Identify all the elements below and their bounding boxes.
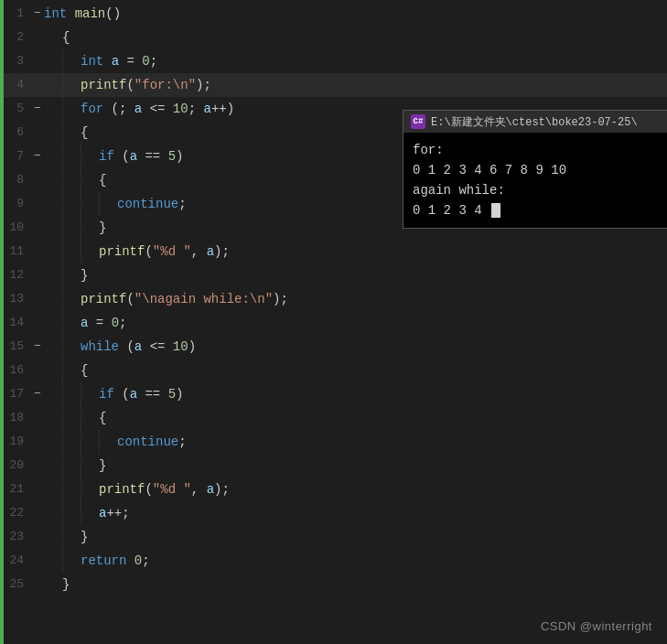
token-str: "%d " [153, 244, 191, 259]
token-plain: = [119, 54, 142, 69]
indent-guide [62, 311, 81, 335]
line-number: 24 [4, 549, 31, 573]
token-plain: { [62, 30, 70, 45]
line-number: 4 [4, 73, 31, 97]
indent-guide [81, 240, 99, 263]
token-kw: int [81, 54, 103, 69]
indent-guide [44, 287, 62, 311]
indent-guide [44, 121, 62, 145]
fold-spacer [31, 216, 44, 240]
token-plain: ); [214, 482, 230, 497]
code-line: 18{ [4, 406, 667, 430]
line-number: 18 [4, 406, 31, 430]
indent-guide [44, 263, 62, 287]
token-plain: ( [114, 387, 130, 402]
indent-guide [44, 478, 62, 501]
line-number: 21 [4, 478, 31, 501]
code-tokens: int main() [44, 2, 121, 26]
line-number: 13 [4, 287, 31, 311]
token-var: a [112, 54, 119, 69]
token-kw: if [99, 387, 114, 402]
code-line: 22a++; [4, 501, 667, 525]
line-number: 2 [4, 26, 31, 49]
code-tokens: } [99, 216, 106, 240]
token-plain: <= [142, 339, 173, 354]
indent-guide [62, 168, 81, 192]
token-plain: ( [114, 149, 130, 164]
token-plain [126, 553, 134, 568]
code-line: 13printf("\nagain while:\n"); [4, 287, 667, 311]
indent-guide [44, 335, 62, 359]
code-tokens: { [99, 406, 106, 430]
token-plain: ; [150, 54, 157, 69]
fold-icon[interactable]: − [31, 335, 44, 359]
fold-icon[interactable]: − [31, 145, 44, 168]
indent-guide [44, 97, 62, 121]
code-line: 19continue; [4, 430, 667, 454]
token-plain: , [191, 244, 207, 259]
terminal-window: C# E:\新建文件夹\ctest\boke23-07-25\ for:0 1 … [403, 110, 667, 229]
token-var: a [207, 482, 214, 497]
token-plain: ) [188, 339, 196, 354]
code-tokens: return 0; [81, 549, 150, 573]
fold-spacer [31, 525, 44, 549]
indent-guide [44, 145, 62, 168]
code-tokens: int a = 0; [81, 49, 157, 73]
code-tokens: { [62, 26, 70, 49]
code-tokens: printf("for:\n"); [81, 73, 211, 97]
indent-guide [81, 192, 99, 216]
fold-icon[interactable]: − [31, 2, 44, 26]
terminal-body: for:0 1 2 3 4 6 7 8 9 10again while:0 1 … [403, 133, 667, 228]
watermark: CSDN @winterright [541, 619, 652, 633]
token-plain: (; [103, 102, 134, 116]
indent-guide [44, 549, 62, 573]
fold-spacer [31, 549, 44, 573]
line-number: 22 [4, 501, 31, 525]
line-number: 20 [4, 454, 31, 478]
code-line: 12} [4, 263, 667, 287]
terminal-output-line: for: [413, 140, 658, 160]
token-plain: ++; [106, 506, 129, 521]
indent-guide [44, 501, 62, 525]
indent-guide [99, 430, 117, 454]
code-tokens: continue; [117, 430, 187, 454]
token-var: a [203, 102, 210, 116]
token-plain: ( [119, 339, 134, 354]
line-number: 15 [4, 335, 31, 359]
indent-guide [62, 549, 81, 573]
token-fn: printf [81, 78, 126, 92]
fold-spacer [31, 287, 44, 311]
code-tokens: } [99, 454, 106, 478]
line-number: 12 [4, 263, 31, 287]
token-num: 0 [134, 553, 142, 568]
token-plain: ++) [211, 102, 234, 116]
indent-guide [99, 192, 117, 216]
token-str: "for:\n" [134, 78, 196, 92]
indent-guide [44, 382, 62, 406]
token-fn: printf [99, 482, 145, 497]
token-plain: { [99, 411, 106, 425]
indent-guide [62, 382, 81, 406]
line-number: 5 [4, 97, 31, 121]
indent-guide [81, 216, 99, 240]
token-var: a [134, 339, 142, 354]
terminal-output-line: again while: [413, 180, 658, 200]
token-kw: continue [117, 197, 178, 211]
line-number: 8 [4, 168, 31, 192]
code-tokens: printf("%d ", a); [99, 478, 230, 501]
fold-icon[interactable]: − [31, 382, 44, 406]
token-plain: == [137, 149, 168, 164]
line-number: 6 [4, 121, 31, 145]
code-tokens: { [81, 121, 88, 145]
code-tokens: printf("%d ", a); [99, 240, 230, 263]
terminal-icon: C# [411, 114, 425, 129]
indent-guide [62, 525, 81, 549]
token-num: 5 [168, 149, 176, 164]
token-fn: printf [81, 292, 126, 306]
line-number: 3 [4, 49, 31, 73]
indent-guide [44, 240, 62, 263]
fold-icon[interactable]: − [31, 97, 44, 121]
indent-guide [62, 145, 81, 168]
code-line: 15−while (a <= 10) [4, 335, 667, 359]
indent-guide [62, 263, 81, 287]
